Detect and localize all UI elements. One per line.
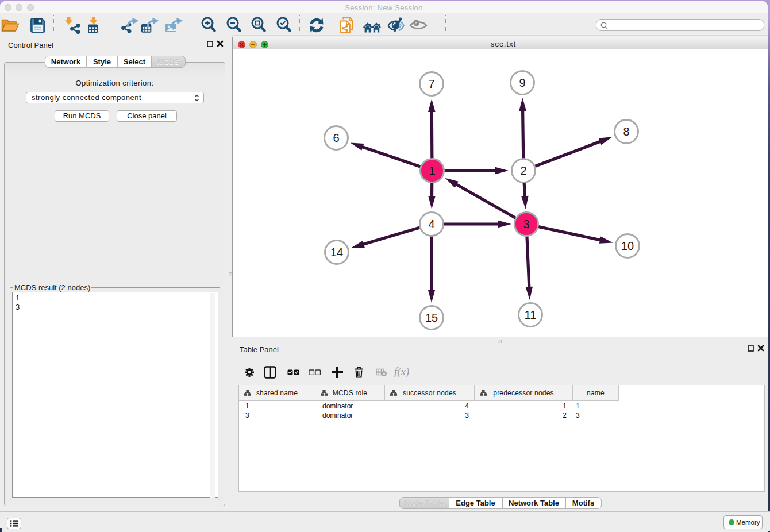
svg-text:11: 11: [525, 309, 537, 321]
svg-text:6: 6: [333, 132, 339, 144]
svg-text:4: 4: [428, 218, 434, 230]
svg-text:2: 2: [520, 164, 526, 177]
svg-text:3: 3: [523, 218, 529, 230]
svg-text:8: 8: [623, 125, 629, 138]
svg-text:1: 1: [429, 164, 435, 177]
svg-text:14: 14: [330, 246, 343, 259]
svg-text:15: 15: [425, 311, 438, 324]
svg-text:9: 9: [519, 76, 525, 89]
svg-text:10: 10: [621, 240, 634, 252]
svg-text:7: 7: [428, 78, 434, 90]
